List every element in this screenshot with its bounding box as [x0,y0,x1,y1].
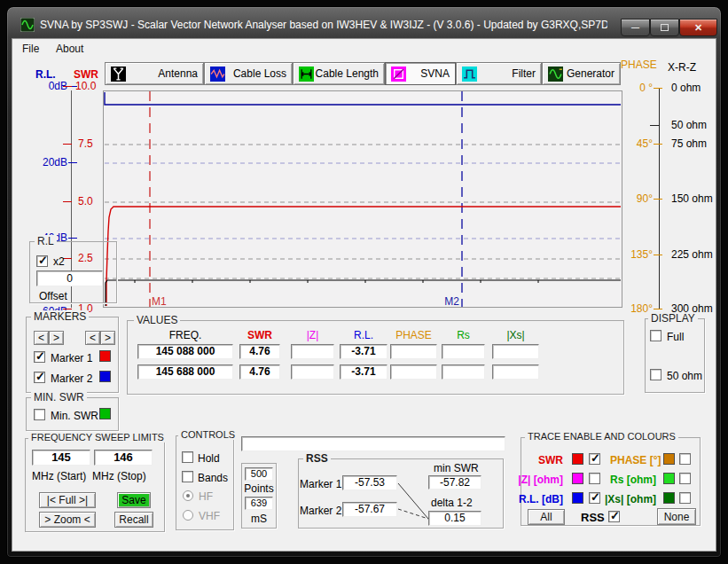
toolbar-button-cable-length[interactable]: Cable Length [293,62,385,85]
cable-length-icon [299,67,314,82]
toolbar-label: Cable Loss [233,67,286,80]
marker2-rl-value: -3.71 [340,364,387,380]
trace-z-checkbox[interactable] [589,473,600,484]
marker1-chart-label: M1 [152,295,167,308]
sweep-start-input[interactable]: 145 [32,450,90,466]
marker2-z-value [291,364,334,380]
trace-none-button[interactable]: None [657,508,696,525]
sweep-time-label: mS [241,513,277,525]
trace-z-swatch[interactable] [572,473,583,484]
values-header-xs: |Xs| [492,329,539,341]
swr-tickmark [63,86,72,87]
toolbar-button-svna[interactable]: SVNA [385,62,456,85]
toolbar-button-generator[interactable]: Generator [542,62,621,85]
rl-tick-0db: 0dB [30,80,67,92]
hf-radio[interactable] [183,490,193,501]
swr-tick-10: 10.0 [75,80,96,92]
full-span-button[interactable]: |< Full >| [39,492,96,508]
toolbar-button-cable-loss[interactable]: Cable Loss [204,62,293,85]
cable-loss-icon [210,67,225,82]
trace-phase-swatch[interactable] [663,453,675,465]
trace-swr-checkbox[interactable] [589,453,600,465]
marker1-color-swatch[interactable] [99,350,111,362]
xrz-tickmark-50ohm [650,125,660,126]
trace-rss-checkbox[interactable] [608,511,620,522]
hold-checkbox[interactable] [182,451,193,463]
marker2-swr-value: 4.76 [239,364,280,380]
rl-axis-header: R.L. [35,68,56,81]
trace-xs-checkbox[interactable] [679,492,691,504]
maximize-icon [661,24,669,31]
min-swr-label: Min. SWR [51,410,98,422]
marker2-rs-value [442,364,485,380]
trace-swr-label: SWR [523,454,563,466]
swr-axis-header: SWR [74,68,98,81]
marker1-checkbox[interactable] [34,351,45,363]
window-title: SVNA by SP3SWJ - Scalar Vector Network A… [40,19,607,31]
marker2-next-button[interactable]: > [100,331,115,345]
vhf-radio[interactable] [183,510,193,521]
offset-input[interactable]: 0 [36,270,103,286]
menu-file[interactable]: File [18,42,43,57]
marker2-prev-button[interactable]: < [85,331,100,345]
xrz-axis-title: X-R-Z [668,61,696,74]
trace-rs-swatch[interactable] [663,473,675,484]
trace-xs-swatch[interactable] [663,492,675,504]
rss-min-swr-label: min SWR [434,462,479,474]
controls-title: CONTROLS [178,429,238,440]
toolbar-button-filter[interactable]: Filter [456,62,542,85]
x2-checkbox[interactable] [36,255,48,267]
marker1-prev-button[interactable]: < [34,331,49,345]
values-header-z: |Z| [291,329,334,341]
values-header-phase: PHASE [390,329,437,341]
marker2-color-swatch[interactable] [99,371,111,382]
vhf-label: VHF [199,510,220,522]
trace-xs-label: |Xs| [ohm] [605,493,656,505]
rl-offset-title: R.L [35,235,57,247]
marker1-rs-value [442,344,485,359]
display-full-checkbox[interactable] [650,330,661,341]
trace-phase-checkbox[interactable] [679,453,691,465]
close-button[interactable]: ✕ [679,19,717,36]
trace-rs-checkbox[interactable] [679,473,691,484]
rss-marker1-value: -57.53 [342,475,397,490]
marker1-next-button[interactable]: > [49,331,64,345]
minimize-button[interactable]: — [621,19,650,36]
min-swr-color-swatch[interactable] [99,408,111,419]
save-button[interactable]: Save [117,492,151,508]
display-full-label: Full [667,331,684,343]
marker1-phase-value [390,344,437,359]
phase-tick-45: 45° [622,137,653,150]
phase-tickmark [654,88,662,89]
toolbar-label: Cable Length [316,67,379,80]
zoom-span-button[interactable]: > Zoom < [39,512,96,528]
rss-title: RSS [303,452,331,465]
trace-all-button[interactable]: All [528,509,565,525]
bands-label: Bands [198,472,228,484]
trace-rl-swatch[interactable] [572,492,583,504]
marker2-checkbox[interactable] [34,372,45,383]
antenna-icon [111,67,126,82]
display-50ohm-checkbox[interactable] [650,369,661,380]
menu-about[interactable]: About [51,42,88,57]
min-swr-checkbox[interactable] [34,409,45,420]
phase-tickmark [654,199,662,200]
values-header-rs: Rs [442,329,485,341]
sweep-stop-input[interactable]: 146 [94,450,153,466]
xrz-tick-75: 75 ohm [671,137,707,150]
bands-checkbox[interactable] [182,471,193,482]
trace-rl-checkbox[interactable] [589,492,600,504]
marker2-freq-value: 145 688 000 [137,364,233,380]
sweep-stop-label: MHz (Stop) [92,470,146,482]
maximize-button[interactable] [650,19,679,36]
chart-plot-area[interactable] [103,90,622,308]
marker1-label: Marker 1 [51,352,92,364]
hf-label: HF [199,490,213,503]
markers-title: MARKERS [31,310,89,323]
toolbar-button-antenna[interactable]: Antenna [105,62,204,85]
message-input[interactable] [241,436,505,451]
marker1-swr-value: 4.76 [239,344,280,359]
points-label: Points [241,482,277,495]
recall-button[interactable]: Recall [114,512,153,528]
trace-swr-swatch[interactable] [572,453,583,465]
